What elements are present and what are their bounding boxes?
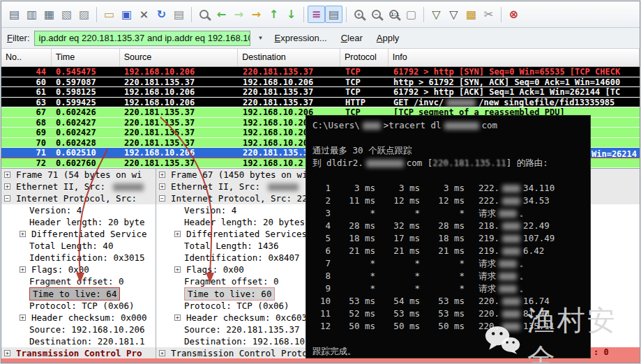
expander-icon[interactable]: + (4, 350, 10, 356)
column-header-time[interactable]: Time (52, 49, 120, 66)
packet-cell-info: 61792 > http [SYN] Seq=0 Win=65535 [TCP … (389, 67, 640, 77)
zoom-out-icon: − (372, 10, 381, 19)
expander-icon[interactable]: + (174, 314, 181, 321)
expander-icon[interactable]: + (4, 183, 10, 190)
capture-restart-icon[interactable]: ▨ (75, 6, 93, 23)
hop-address: 219.6.42 (478, 245, 544, 257)
terminal-line (312, 169, 590, 182)
packet-row[interactable]: 610.598125192.168.10.206220.181.135.37TC… (1, 87, 640, 98)
packet-cell: 192.168.10.206 (120, 67, 239, 77)
column-header-protocol[interactable]: Protocol (340, 49, 389, 66)
expander-icon[interactable]: + (159, 172, 165, 178)
go-top-icon[interactable]: ↑ (265, 6, 282, 23)
detail-pane-frame71: +Frame 71 (54 bytes on wi+Ethernet II, S… (1, 168, 156, 358)
expander-icon[interactable]: − (159, 195, 165, 202)
packet-row[interactable]: 440.545475192.168.10.206220.181.135.37TC… (1, 67, 640, 77)
display-filter-icon[interactable]: ▽ (445, 6, 462, 23)
filter-history-dropdown[interactable]: ▼ (255, 31, 267, 46)
expander-icon[interactable]: + (174, 266, 181, 273)
expander-icon[interactable]: + (20, 231, 26, 237)
mosaic-blur (444, 122, 479, 130)
terminal-line (312, 132, 590, 144)
colorize-list-icon[interactable]: ≡ (308, 6, 325, 23)
detail-line[interactable]: Destination: 220.181.1 (1, 335, 156, 347)
save-file-icon[interactable]: ▣ (118, 6, 135, 23)
go-bottom-icon[interactable]: ↓ (282, 6, 300, 23)
expression-button[interactable]: Expression... (271, 31, 331, 45)
find-packet-icon[interactable] (195, 6, 213, 23)
packet-row[interactable]: 600.597087220.181.135.37192.168.10.206TC… (1, 77, 640, 88)
detail-text: Source: 192.168.10.206 (29, 324, 145, 335)
hop-address: 请求。 (478, 282, 529, 295)
detail-text: Transmission Control Proto (171, 347, 308, 358)
detail-line[interactable]: +Header checksum: 0x000 (1, 312, 156, 324)
expander-icon[interactable]: + (174, 231, 181, 237)
coloring-rules-icon[interactable]: ▩ (462, 6, 480, 23)
zoom-in-icon[interactable]: + (350, 6, 368, 23)
hop-time: 11 ms (331, 195, 375, 207)
detail-line[interactable]: Time to live: 64 (1, 287, 156, 299)
detail-line[interactable]: −Internet Protocol, Src: (1, 192, 156, 204)
capture-filter-icon[interactable]: ▽ (428, 6, 445, 23)
toolbar-separator (303, 7, 304, 22)
go-to-packet-icon[interactable]: → (248, 6, 265, 23)
hop-time: * (375, 282, 420, 295)
detail-text: Differentiated Service (31, 228, 147, 240)
hop-time: * (375, 257, 420, 270)
capture-start-icon[interactable]: ▦ (40, 6, 58, 23)
expander-icon[interactable]: + (20, 266, 26, 273)
detail-line[interactable]: +Transmission Control Pro (1, 347, 156, 358)
open-file-icon[interactable]: ▭ (100, 6, 118, 23)
expander-icon[interactable]: + (4, 172, 10, 178)
column-header-destination[interactable]: Destination (238, 49, 340, 66)
zoom-out-icon[interactable]: − (368, 6, 385, 23)
toolbar-separator (423, 7, 424, 22)
detail-text: Fragment offset: 0 (184, 275, 278, 287)
column-header-info[interactable]: Info (389, 49, 640, 66)
go-back-icon[interactable]: ← (213, 6, 230, 23)
apply-button[interactable]: Apply (373, 31, 403, 45)
expander-icon[interactable]: + (159, 183, 165, 190)
print-icon[interactable]: ▤ (170, 6, 188, 23)
detail-line[interactable]: Identification: 0x3015 (1, 252, 156, 264)
capture-stop-icon[interactable]: ▧ (58, 6, 75, 23)
resize-columns-icon[interactable]: ▢ (402, 6, 420, 23)
packet-cell: 0.602428 (52, 138, 120, 149)
column-header-no[interactable]: No.. (1, 49, 52, 66)
expander-icon[interactable]: − (4, 195, 10, 202)
go-forward-icon[interactable]: → (230, 6, 248, 23)
preferences-icon[interactable]: ✂ (480, 6, 497, 23)
auto-scroll-icon[interactable]: ▤ (325, 6, 342, 23)
detail-line[interactable]: Total Length: 40 (1, 240, 156, 252)
detail-text: Header checksum: 0xc603 (186, 312, 307, 324)
detail-line[interactable]: +Frame 71 (54 bytes on wi (1, 169, 156, 181)
hop-number: 11 (312, 308, 331, 320)
reload-file-icon[interactable]: ↻ (153, 6, 170, 23)
detail-line[interactable]: +Ethernet II, Src: (1, 181, 156, 192)
expander-icon[interactable]: + (20, 314, 26, 321)
packet-row[interactable]: 630.599425192.168.10.206220.181.135.37HT… (1, 98, 640, 108)
column-header-source[interactable]: Source (120, 49, 239, 66)
detail-line[interactable]: Version: 4 (1, 204, 156, 216)
detail-line[interactable]: +Differentiated Service (1, 228, 156, 240)
packet-cell-info: GET /invc//new_singlefile/fid13335985 (389, 98, 640, 108)
hop-time: 28 ms (331, 220, 375, 232)
filter-input[interactable]: ip.addr eq 220.181.135.37 and ip.addr eq… (34, 31, 250, 46)
detail-line[interactable]: Source: 192.168.10.206 (1, 324, 156, 335)
expander-icon[interactable]: + (159, 350, 165, 356)
clear-button[interactable]: Clear (338, 31, 366, 45)
detail-line[interactable]: Protocol: TCP (0x06) (1, 300, 156, 312)
list-interfaces-icon[interactable]: ▤ (6, 6, 23, 23)
detail-line[interactable]: Header length: 20 byte (1, 216, 156, 228)
help-icon[interactable]: ⊗ (505, 6, 522, 23)
hop-address: 219.107.49 (478, 232, 555, 245)
capture-options-icon[interactable]: ▥ (23, 6, 40, 23)
tracert-hop-row: 9***请求。 (312, 282, 590, 295)
packet-cell: 0.599425 (52, 98, 120, 108)
hop-time: 52 ms (331, 308, 375, 320)
detail-line[interactable]: +Flags: 0x00 (1, 264, 156, 275)
detail-line[interactable]: Fragment offset: 0 (1, 275, 156, 287)
zoom-100-icon[interactable]: 1:1 (385, 6, 402, 23)
close-file-icon[interactable]: × (135, 6, 153, 23)
hop-time: 50 ms (420, 320, 465, 333)
